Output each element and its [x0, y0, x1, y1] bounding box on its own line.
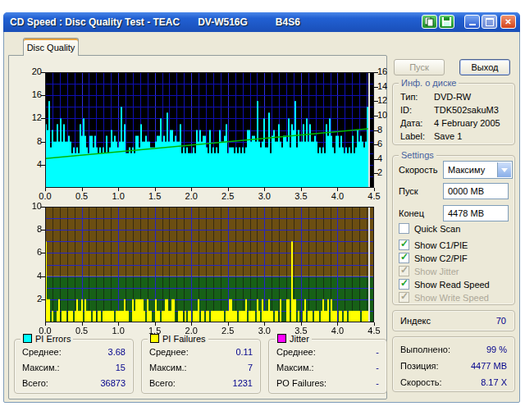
axis-tick: [41, 253, 45, 253]
minimize-button[interactable]: [464, 15, 480, 29]
status-row-label: Позиция:: [400, 361, 439, 371]
chevron-down-icon[interactable]: [497, 162, 511, 177]
y-axis-left-label: 8: [17, 224, 42, 234]
disc-info-row: ID:TDK502sakuM3: [393, 105, 514, 117]
scan-end-input[interactable]: 4478 MB: [443, 205, 509, 221]
status-row: Выполнено:99 %: [393, 345, 514, 358]
stats-group-title-text: PI Errors: [35, 334, 71, 344]
y-axis-left-label: 20: [17, 66, 42, 76]
stat-row-value: -: [376, 378, 379, 388]
axis-tick: [374, 322, 375, 326]
x-axis-label: 4.5: [362, 326, 386, 336]
stat-row-label: Среднее:: [149, 347, 189, 357]
check-icon: ✓: [400, 251, 409, 262]
checkbox-show-write-speed[interactable]: ✓Show Write Speed: [399, 291, 489, 304]
axis-tick: [41, 299, 45, 300]
y-axis-left-label: 4: [17, 159, 42, 169]
checkbox-box[interactable]: ✓: [399, 292, 409, 303]
checkbox-box[interactable]: ✓: [399, 253, 409, 263]
scan-end-label: Конец: [399, 208, 424, 218]
stat-row-label: Максим.:: [276, 363, 314, 372]
disc-info-row-label: ID:: [400, 105, 412, 115]
stats-group-title-text: PI Failures: [162, 334, 206, 344]
save-icon[interactable]: [439, 15, 454, 29]
checkbox-box[interactable]: ✓: [399, 266, 409, 276]
axis-tick: [82, 188, 83, 191]
checkbox-show-jitter[interactable]: ✓Show Jitter: [399, 265, 459, 277]
legend-swatch: [150, 334, 159, 343]
y-axis-left-label: 8: [17, 136, 42, 146]
status-row-label: Выполнено:: [400, 345, 450, 354]
axis-tick: [374, 116, 378, 116]
checkbox-show-c1-pie[interactable]: ✓Show C1/PIE: [399, 239, 468, 251]
legend-swatch: [277, 334, 286, 343]
disc-info-row: Label:Save 1: [393, 131, 514, 144]
stat-row-value: -: [376, 347, 379, 357]
screenshot-root: CD Speed : Disc Quality Test - TEAC DV-W…: [0, 0, 525, 420]
speed-select[interactable]: Максиму: [443, 161, 513, 179]
stat-row: Всего:1231: [142, 378, 260, 391]
axis-tick: [118, 322, 119, 326]
start-button[interactable]: Пуск: [394, 59, 445, 75]
checkbox-quick-scan[interactable]: Quick Scan: [399, 222, 460, 235]
exit-button[interactable]: Выход: [459, 59, 510, 75]
tab-disc-quality[interactable]: Disc Quality: [23, 38, 79, 56]
pi-failures-chart: [45, 207, 374, 322]
window-title-firmware: B4S6: [276, 16, 300, 28]
start-button-label: Пуск: [409, 62, 429, 72]
status-group: Выполнено:99 %Позиция:4477 MBСкорость:8.…: [392, 336, 515, 392]
checkbox-show-c2-pif[interactable]: ✓Show C2/PIF: [399, 252, 468, 264]
copy-icon[interactable]: [422, 15, 437, 29]
window-title: CD Speed : Disc Quality Test - TEAC: [10, 16, 180, 28]
stat-row: Максим.:-: [269, 363, 386, 376]
x-axis-label: 0.5: [70, 191, 94, 201]
y-axis-left-label: 12: [17, 112, 42, 122]
x-axis-label: 1.0: [106, 326, 130, 336]
stat-row-label: Среднее:: [22, 347, 62, 357]
axis-tick: [41, 118, 45, 119]
x-axis-label: 0.0: [33, 191, 57, 201]
status-row-value: 99 %: [486, 345, 507, 354]
axis-tick: [41, 72, 45, 73]
stat-row-label: Среднее:: [276, 347, 316, 357]
checkbox-box[interactable]: ✓: [399, 240, 409, 250]
stats-group-pi-failures: PI FailuresСреднее:0.11Максим.:7Всего:12…: [141, 339, 261, 394]
disc-info-row-label: Тип:: [400, 92, 418, 102]
disc-info-row: Тип:DVD-RW: [393, 92, 514, 104]
stat-row-value: -: [376, 363, 379, 372]
disc-info-row-value: Save 1: [434, 131, 462, 141]
axis-tick: [374, 144, 378, 145]
stat-row-label: Максим.:: [149, 363, 187, 372]
axis-tick: [374, 173, 378, 174]
disc-info-row-value: 4 February 2005: [434, 118, 500, 128]
axis-tick: [228, 188, 229, 191]
axis-tick: [191, 322, 192, 326]
x-axis-label: 2.0: [179, 191, 203, 201]
disc-info-row-value: DVD-RW: [434, 92, 471, 102]
stats-group-jitter: JitterСреднее:-Максим.:-PO Failures:-: [268, 339, 387, 394]
axis-tick: [41, 165, 45, 166]
axis-tick: [82, 322, 83, 326]
scan-start-input[interactable]: 0000 MB: [443, 183, 509, 199]
checkbox-box[interactable]: [399, 223, 409, 234]
x-axis-label: 3.0: [252, 191, 276, 201]
scan-start-value: 0000 MB: [448, 186, 484, 196]
axis-tick: [374, 130, 378, 131]
status-row: Скорость:8.17 X: [393, 377, 514, 390]
x-axis-label: 4.5: [362, 191, 386, 201]
checkbox-box[interactable]: ✓: [399, 279, 409, 290]
stat-row-label: Всего:: [149, 378, 176, 388]
x-axis-label: 3.5: [289, 191, 313, 201]
axis-tick: [228, 322, 229, 326]
stat-row-value: 0.11: [235, 347, 253, 357]
close-button[interactable]: ✕: [500, 15, 516, 29]
checkbox-show-read-speed[interactable]: ✓Show Read Speed: [399, 278, 490, 290]
axis-tick: [374, 87, 378, 88]
x-axis-label: 1.5: [143, 191, 167, 201]
axis-tick: [45, 322, 46, 326]
axis-tick: [374, 159, 378, 160]
x-axis-label: 2.5: [216, 326, 240, 336]
axis-tick: [41, 230, 45, 231]
maximize-button[interactable]: [482, 15, 497, 29]
status-row-value: 8.17 X: [481, 377, 507, 387]
